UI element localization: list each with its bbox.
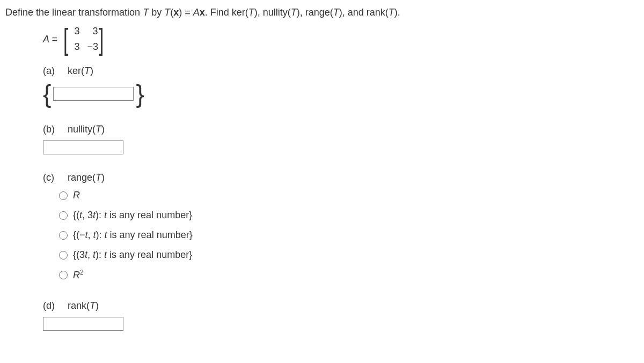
part-letter-a: (a) (43, 64, 58, 78)
part-letter-b: (b) (43, 122, 58, 137)
radio-input[interactable] (59, 231, 68, 240)
ker-input-row: { } (43, 82, 639, 106)
right-bracket: ] (99, 24, 104, 54)
part-c-label: range(T) (68, 171, 105, 185)
radio-input[interactable] (59, 251, 68, 260)
right-brace-icon: } (136, 82, 144, 106)
part-letter-d: (d) (43, 299, 58, 313)
matrix-equation: A = [ 3 3 3 −3 ] (43, 24, 639, 54)
option-t-3t[interactable]: {(t, 3t): t is any real number} (59, 208, 639, 223)
option-neg-t-t[interactable]: {(−t, t): t is any real number} (59, 228, 639, 242)
option-R2[interactable]: R2 (59, 268, 639, 283)
question-prompt: Define the linear transformation T by T(… (5, 5, 639, 20)
part-a: (a) ker(T) { } (43, 64, 639, 106)
rank-input[interactable] (43, 317, 123, 331)
matrix-cell: 3 (87, 24, 98, 39)
matrix-cell: −3 (87, 40, 98, 54)
part-a-label: ker(T) (68, 64, 93, 78)
range-options: R {(t, 3t): t is any real number} {(−t, … (59, 188, 639, 283)
radio-input[interactable] (59, 191, 68, 200)
radio-input[interactable] (59, 271, 68, 279)
matrix-cell: 3 (69, 40, 79, 54)
part-d-label: rank(T) (68, 299, 99, 313)
part-b-label: nullity(T) (68, 122, 105, 137)
left-bracket: [ (63, 24, 68, 54)
part-b: (b) nullity(T) (43, 122, 639, 154)
part-d: (d) rank(T) (43, 299, 639, 331)
part-letter-c: (c) (43, 171, 58, 185)
option-R[interactable]: R (59, 188, 639, 203)
part-c: (c) range(T) R {(t, 3t): t is any real n… (43, 171, 639, 283)
left-brace-icon: { (43, 82, 51, 106)
matrix-body: 3 3 3 −3 (69, 24, 98, 54)
matrix-lhs: A = (43, 32, 57, 47)
radio-input[interactable] (59, 211, 68, 220)
option-3t-t[interactable]: {(3t, t): t is any real number} (59, 248, 639, 262)
ker-input[interactable] (53, 87, 134, 101)
matrix-cell: 3 (69, 24, 79, 39)
nullity-input[interactable] (43, 140, 123, 154)
